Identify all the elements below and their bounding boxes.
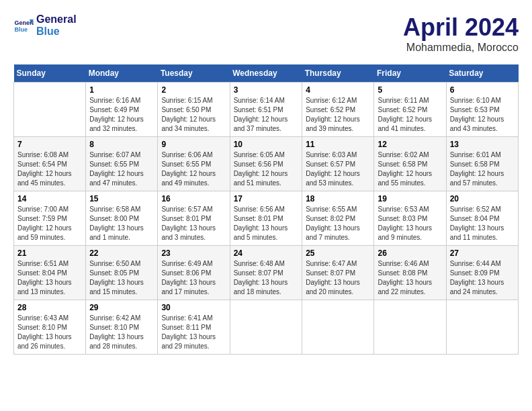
day-info: Sunrise: 6:05 AMSunset: 6:56 PMDaylight:… [234,150,299,188]
day-number: 11 [306,140,370,149]
day-info: Sunrise: 6:55 AMSunset: 8:02 PMDaylight:… [306,205,370,242]
svg-text:Blue: Blue [15,26,28,33]
calendar-cell: 27Sunrise: 6:44 AMSunset: 8:09 PMDayligh… [446,246,518,300]
calendar-cell: 23Sunrise: 6:49 AMSunset: 8:06 PMDayligh… [158,246,230,300]
day-number: 3 [234,85,299,95]
day-info: Sunrise: 6:42 AMSunset: 8:10 PMDaylight:… [89,314,154,351]
calendar-cell: 5Sunrise: 6:11 AMSunset: 6:52 PMDaylight… [374,83,446,137]
calendar-cell: 15Sunrise: 6:58 AMSunset: 8:00 PMDayligh… [86,191,158,246]
calendar-cell: 1Sunrise: 6:16 AMSunset: 6:49 PMDaylight… [86,83,158,137]
calendar-week-row: 14Sunrise: 7:00 AMSunset: 7:59 PMDayligh… [14,191,519,246]
day-info: Sunrise: 6:07 AMSunset: 6:55 PMDaylight:… [89,150,154,188]
calendar-cell: 2Sunrise: 6:15 AMSunset: 6:50 PMDaylight… [158,83,230,137]
day-number: 21 [17,248,82,258]
day-number: 22 [89,248,154,258]
calendar-cell: 8Sunrise: 6:07 AMSunset: 6:55 PMDaylight… [86,137,158,191]
day-info: Sunrise: 6:14 AMSunset: 6:51 PMDaylight:… [234,96,299,134]
day-number: 18 [306,194,370,203]
day-info: Sunrise: 6:03 AMSunset: 6:57 PMDaylight:… [306,150,370,188]
weekday-header: Wednesday [230,64,302,83]
day-number: 2 [161,85,226,95]
calendar-cell [14,83,86,137]
calendar-cell [230,300,302,355]
calendar-cell: 7Sunrise: 6:08 AMSunset: 6:54 PMDaylight… [14,137,86,191]
weekday-header: Friday [374,64,446,83]
day-info: Sunrise: 6:11 AMSunset: 6:52 PMDaylight:… [378,96,442,134]
calendar-header: SundayMondayTuesdayWednesdayThursdayFrid… [14,64,519,83]
calendar-cell: 13Sunrise: 6:01 AMSunset: 6:58 PMDayligh… [446,137,518,191]
calendar-cell: 18Sunrise: 6:55 AMSunset: 8:02 PMDayligh… [302,191,374,246]
logo-line2: Blue [36,26,77,38]
calendar-cell: 30Sunrise: 6:41 AMSunset: 8:11 PMDayligh… [158,300,230,355]
calendar-cell: 26Sunrise: 6:46 AMSunset: 8:08 PMDayligh… [374,246,446,300]
day-info: Sunrise: 6:50 AMSunset: 8:05 PMDaylight:… [89,259,154,297]
day-number: 15 [89,194,154,203]
day-info: Sunrise: 6:56 AMSunset: 8:01 PMDaylight:… [234,205,299,242]
day-info: Sunrise: 6:01 AMSunset: 6:58 PMDaylight:… [450,150,515,188]
day-number: 1 [89,85,154,95]
day-number: 5 [378,85,442,95]
day-number: 25 [306,248,370,258]
day-number: 28 [17,303,82,312]
title-block: April 2024 Mohammedia, Morocco [403,13,519,54]
logo-icon: General Blue [13,15,34,36]
day-info: Sunrise: 6:46 AMSunset: 8:08 PMDaylight:… [378,259,442,297]
day-info: Sunrise: 6:48 AMSunset: 8:07 PMDaylight:… [234,259,299,297]
day-info: Sunrise: 6:52 AMSunset: 8:04 PMDaylight:… [450,205,515,242]
calendar-cell: 9Sunrise: 6:06 AMSunset: 6:55 PMDaylight… [158,137,230,191]
calendar-cell: 24Sunrise: 6:48 AMSunset: 8:07 PMDayligh… [230,246,302,300]
page-header: General Blue General Blue April 2024 Moh… [13,13,519,54]
day-number: 27 [450,248,515,258]
day-info: Sunrise: 6:06 AMSunset: 6:55 PMDaylight:… [161,150,226,188]
weekday-header: Saturday [446,64,518,83]
day-number: 17 [234,194,299,203]
calendar-cell [446,300,518,355]
day-number: 10 [234,140,299,149]
day-info: Sunrise: 6:44 AMSunset: 8:09 PMDaylight:… [450,259,515,297]
calendar-table: SundayMondayTuesdayWednesdayThursdayFrid… [13,64,519,355]
calendar-cell: 22Sunrise: 6:50 AMSunset: 8:05 PMDayligh… [86,246,158,300]
weekday-header: Thursday [302,64,374,83]
day-info: Sunrise: 6:47 AMSunset: 8:07 PMDaylight:… [306,259,370,297]
calendar-cell: 4Sunrise: 6:12 AMSunset: 6:52 PMDaylight… [302,83,374,137]
day-info: Sunrise: 6:49 AMSunset: 8:06 PMDaylight:… [161,259,226,297]
day-info: Sunrise: 6:16 AMSunset: 6:49 PMDaylight:… [89,96,154,134]
day-number: 4 [306,85,370,95]
calendar-cell: 28Sunrise: 6:43 AMSunset: 8:10 PMDayligh… [14,300,86,355]
weekday-header-row: SundayMondayTuesdayWednesdayThursdayFrid… [14,64,519,83]
day-number: 24 [234,248,299,258]
day-number: 20 [450,194,515,203]
day-number: 14 [17,194,82,203]
calendar-cell: 14Sunrise: 7:00 AMSunset: 7:59 PMDayligh… [14,191,86,246]
day-info: Sunrise: 6:57 AMSunset: 8:01 PMDaylight:… [161,205,226,242]
day-info: Sunrise: 6:10 AMSunset: 6:53 PMDaylight:… [450,96,515,134]
day-info: Sunrise: 6:51 AMSunset: 8:04 PMDaylight:… [17,259,82,297]
day-info: Sunrise: 6:15 AMSunset: 6:50 PMDaylight:… [161,96,226,134]
calendar-cell: 16Sunrise: 6:57 AMSunset: 8:01 PMDayligh… [158,191,230,246]
calendar-cell [302,300,374,355]
month-title: April 2024 [403,13,519,42]
calendar-cell: 21Sunrise: 6:51 AMSunset: 8:04 PMDayligh… [14,246,86,300]
day-number: 16 [161,194,226,203]
calendar-cell: 11Sunrise: 6:03 AMSunset: 6:57 PMDayligh… [302,137,374,191]
day-number: 13 [450,140,515,149]
calendar-week-row: 28Sunrise: 6:43 AMSunset: 8:10 PMDayligh… [14,300,519,355]
calendar-cell: 6Sunrise: 6:10 AMSunset: 6:53 PMDaylight… [446,83,518,137]
calendar-cell [374,300,446,355]
weekday-header: Monday [86,64,158,83]
calendar-week-row: 21Sunrise: 6:51 AMSunset: 8:04 PMDayligh… [14,246,519,300]
calendar-cell: 10Sunrise: 6:05 AMSunset: 6:56 PMDayligh… [230,137,302,191]
calendar-cell: 17Sunrise: 6:56 AMSunset: 8:01 PMDayligh… [230,191,302,246]
weekday-header: Sunday [14,64,86,83]
calendar-week-row: 7Sunrise: 6:08 AMSunset: 6:54 PMDaylight… [14,137,519,191]
day-info: Sunrise: 7:00 AMSunset: 7:59 PMDaylight:… [17,205,82,242]
calendar-body: 1Sunrise: 6:16 AMSunset: 6:49 PMDaylight… [14,83,519,355]
day-info: Sunrise: 6:41 AMSunset: 8:11 PMDaylight:… [161,314,226,351]
day-number: 9 [161,140,226,149]
day-info: Sunrise: 6:12 AMSunset: 6:52 PMDaylight:… [306,96,370,134]
day-number: 30 [161,303,226,312]
day-info: Sunrise: 6:53 AMSunset: 8:03 PMDaylight:… [378,205,442,242]
logo-line1: General [36,13,77,26]
day-number: 29 [89,303,154,312]
day-number: 26 [378,248,442,258]
